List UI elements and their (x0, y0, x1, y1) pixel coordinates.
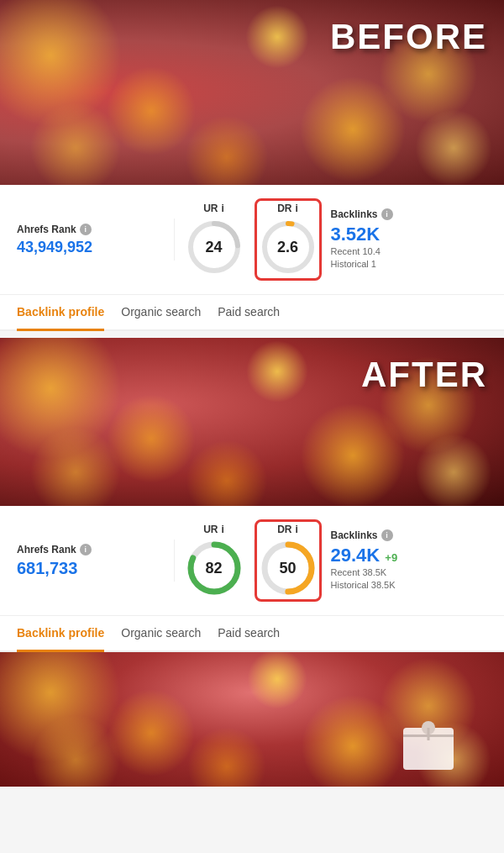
before-backlinks-recent: Recent 10.4 (331, 245, 480, 258)
before-ahrefs-rank-value: 43,949,952 (17, 239, 165, 256)
before-backlinks-historical: Historical 1 (331, 258, 480, 271)
bottom-hero (0, 652, 504, 787)
after-dr-info-icon[interactable]: i (296, 524, 298, 535)
before-ur-label-row: UR i (203, 203, 224, 214)
after-backlinks-value: 29.4K +9 (331, 545, 480, 566)
after-backlinks-label: Backlinks i (331, 529, 480, 541)
after-ur-block: UR i 82 (175, 524, 254, 598)
after-ahrefs-rank-block: Ahrefs Rank i 681,733 (17, 544, 174, 578)
after-ur-label: UR (203, 524, 218, 535)
before-backlinks-label: Backlinks i (331, 208, 480, 220)
after-backlinks-block: Backlinks i 29.4K +9 Recent 38.5K Histor… (323, 529, 488, 592)
after-dr-gauge: 50 (259, 539, 318, 598)
before-label: BEFORE (330, 17, 487, 57)
before-ur-label: UR (203, 203, 218, 214)
before-hero: BEFORE (0, 0, 504, 185)
after-nav-tabs: Backlink profile Organic search Paid sea… (0, 616, 504, 652)
after-backlinks-info-icon[interactable]: i (381, 529, 393, 541)
after-hero: AFTER (0, 338, 504, 506)
after-tab-paid-search[interactable]: Paid search (218, 616, 280, 652)
after-label: AFTER (361, 355, 487, 395)
before-ur-info-icon[interactable]: i (222, 203, 224, 214)
after-ur-gauge: 82 (185, 539, 244, 598)
after-ur-info-icon[interactable]: i (222, 524, 224, 535)
before-backlinks-value: 3.52K (331, 224, 480, 245)
gift-decoration (403, 728, 454, 770)
after-backlinks-recent: Recent 38.5K (331, 566, 480, 579)
after-dr-label: DR (277, 524, 291, 535)
before-tab-paid-search[interactable]: Paid search (218, 295, 280, 331)
before-ahrefs-rank-info-icon[interactable]: i (80, 224, 92, 235)
before-dr-label-row: DR i (277, 203, 298, 214)
after-ahrefs-rank-info-icon[interactable]: i (80, 544, 92, 556)
before-ahrefs-rank-block: Ahrefs Rank i 43,949,952 (17, 224, 174, 256)
before-nav-tabs: Backlink profile Organic search Paid sea… (0, 295, 504, 331)
before-stats-card: Ahrefs Rank i 43,949,952 UR i 24 DR i (0, 185, 504, 295)
after-ahrefs-rank-label: Ahrefs Rank i (17, 544, 165, 556)
after-ur-value: 82 (185, 539, 244, 598)
before-tab-organic-search[interactable]: Organic search (121, 295, 201, 331)
after-ahrefs-rank-value: 681,733 (17, 559, 165, 578)
before-ur-value: 24 (185, 218, 244, 276)
before-dr-gauge: 2.6 (259, 218, 318, 276)
after-dr-value: 50 (259, 539, 318, 598)
after-tab-backlink-profile[interactable]: Backlink profile (17, 616, 104, 652)
before-dr-label: DR (277, 203, 291, 214)
before-dr-info-icon[interactable]: i (296, 203, 298, 214)
before-dr-block: DR i 2.6 (255, 198, 322, 281)
after-tab-organic-search[interactable]: Organic search (121, 616, 201, 652)
before-backlinks-block: Backlinks i 3.52K Recent 10.4 Historical… (323, 208, 488, 271)
after-dr-block: DR i 50 (255, 519, 322, 602)
after-backlinks-historical: Historical 38.5K (331, 579, 480, 592)
after-dr-label-row: DR i (277, 524, 298, 535)
after-backlinks-plus: +9 (385, 551, 397, 564)
after-stats-card: Ahrefs Rank i 681,733 UR i 82 DR i (0, 506, 504, 616)
before-ur-gauge: 24 (185, 218, 244, 276)
before-backlinks-info-icon[interactable]: i (381, 208, 393, 220)
before-ur-block: UR i 24 (175, 203, 254, 276)
before-dr-value: 2.6 (259, 218, 318, 276)
before-ahrefs-rank-label: Ahrefs Rank i (17, 224, 165, 235)
before-tab-backlink-profile[interactable]: Backlink profile (17, 295, 104, 331)
after-ur-label-row: UR i (203, 524, 224, 535)
